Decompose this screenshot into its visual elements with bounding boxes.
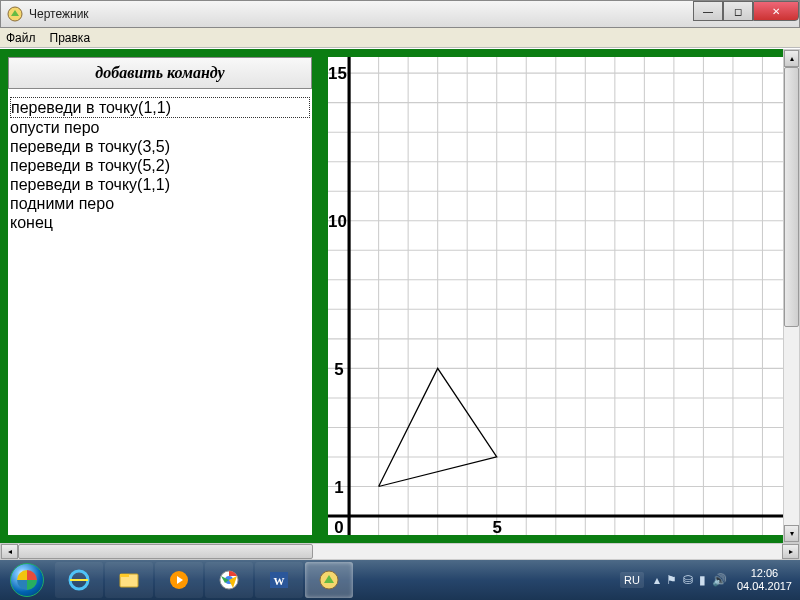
add-command-button[interactable]: добавить команду	[8, 57, 312, 89]
command-list[interactable]: переведи в точку(1,1) опусти перо переве…	[8, 95, 312, 535]
scroll-thumb[interactable]	[784, 67, 799, 327]
battery-icon[interactable]: ▮	[699, 573, 706, 587]
svg-text:5: 5	[493, 518, 502, 535]
scroll-left-arrow-icon[interactable]: ◂	[1, 544, 18, 559]
command-item[interactable]: подними перо	[10, 194, 310, 213]
clock[interactable]: 12:06 04.04.2017	[737, 567, 792, 593]
scroll-down-arrow-icon[interactable]: ▾	[784, 525, 799, 542]
minimize-button[interactable]: —	[693, 1, 723, 21]
volume-icon[interactable]: 🔊	[712, 573, 727, 587]
taskbar: W RU ▴ ⚑ ⛁ ▮ 🔊 12:06 04.04.2017	[0, 560, 800, 600]
svg-text:W: W	[274, 575, 285, 587]
windows-orb-icon	[10, 563, 44, 597]
menubar: Файл Правка	[0, 28, 800, 48]
taskbar-word[interactable]: W	[255, 562, 303, 598]
scroll-right-arrow-icon[interactable]: ▸	[782, 544, 799, 559]
client-area: добавить команду переведи в точку(1,1) о…	[0, 49, 800, 560]
taskbar-explorer[interactable]	[105, 562, 153, 598]
language-indicator[interactable]: RU	[620, 572, 644, 588]
tray-icons: ▴ ⚑ ⛁ ▮ 🔊	[654, 573, 727, 587]
scroll-up-arrow-icon[interactable]: ▴	[784, 50, 799, 67]
command-item[interactable]: переведи в точку(3,5)	[10, 137, 310, 156]
svg-text:1: 1	[334, 478, 343, 497]
taskbar-chrome[interactable]	[205, 562, 253, 598]
taskbar-media-player[interactable]	[155, 562, 203, 598]
maximize-button[interactable]: ◻	[723, 1, 753, 21]
menu-edit[interactable]: Правка	[50, 31, 91, 45]
scroll-thumb[interactable]	[18, 544, 313, 559]
svg-text:0: 0	[334, 518, 343, 535]
time: 12:06	[737, 567, 792, 580]
system-tray: RU ▴ ⚑ ⛁ ▮ 🔊 12:06 04.04.2017	[612, 567, 800, 593]
menu-file[interactable]: Файл	[6, 31, 36, 45]
command-item[interactable]: переведи в точку(1,1)	[10, 175, 310, 194]
network-icon[interactable]: ⛁	[683, 573, 693, 587]
window-titlebar: Чертежник — ◻ ✕	[0, 0, 800, 28]
taskbar-current-app[interactable]	[305, 562, 353, 598]
svg-text:5: 5	[334, 360, 343, 379]
close-button[interactable]: ✕	[753, 1, 799, 21]
svg-rect-45	[120, 574, 129, 577]
taskbar-ie[interactable]	[55, 562, 103, 598]
workspace: добавить команду переведи в точку(1,1) о…	[0, 49, 800, 543]
window-controls: — ◻ ✕	[693, 1, 799, 21]
vertical-scrollbar[interactable]: ▴ ▾	[783, 49, 800, 543]
horizontal-scrollbar[interactable]: ◂ ▸	[0, 543, 800, 560]
svg-text:10: 10	[328, 212, 347, 231]
command-item[interactable]: конец	[10, 213, 310, 232]
window-title: Чертежник	[29, 7, 89, 21]
canvas-panel: Y 15 10 5 1 0 5	[320, 49, 800, 543]
drawing-canvas[interactable]: Y 15 10 5 1 0 5	[328, 57, 792, 535]
command-item[interactable]: переведи в точку(5,2)	[10, 156, 310, 175]
start-button[interactable]	[0, 560, 54, 600]
command-panel: добавить команду переведи в точку(1,1) о…	[0, 49, 320, 543]
command-item[interactable]: переведи в точку(1,1)	[10, 97, 310, 118]
svg-text:15: 15	[328, 64, 347, 83]
command-item[interactable]: опусти перо	[10, 118, 310, 137]
date: 04.04.2017	[737, 580, 792, 593]
tray-up-icon[interactable]: ▴	[654, 573, 660, 587]
app-icon	[7, 6, 23, 22]
flag-icon[interactable]: ⚑	[666, 573, 677, 587]
